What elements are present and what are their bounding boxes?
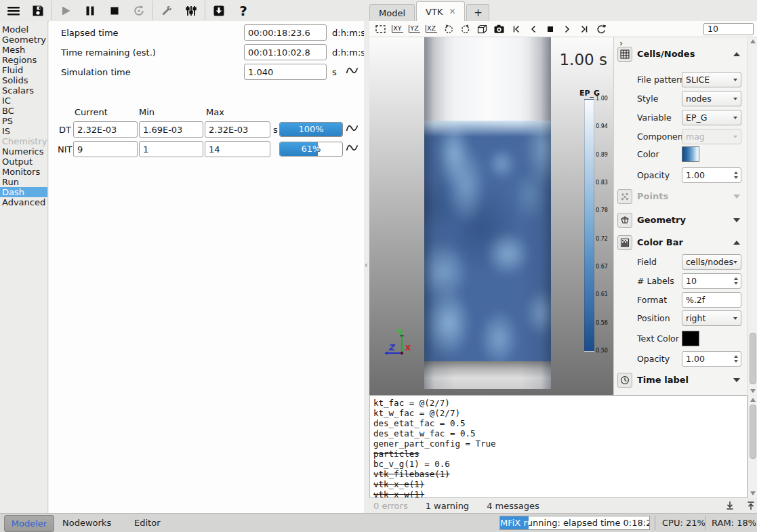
help-button[interactable]: ? [231,1,255,20]
view-xy-button[interactable]: XY [389,22,406,36]
scroll-down-icon[interactable] [750,491,756,495]
tab-vtk[interactable]: VTK✕ [416,1,465,21]
previous-frame-icon [528,24,539,35]
expand-section-icon[interactable] [733,218,740,222]
plot-nit-icon[interactable] [346,142,359,153]
view-yz-button[interactable]: YZ [406,22,423,36]
new-tab-button[interactable]: + [466,4,489,21]
play-loop-button[interactable] [592,22,609,36]
dt-min-field[interactable]: 1.69E-03 [139,121,203,138]
spin-up-icon [734,355,738,358]
nit-min-field[interactable]: 1 [139,141,203,157]
next-frame-button[interactable] [558,22,575,36]
sidebar-item-scalars[interactable]: Scalars [0,85,47,96]
first-frame-button[interactable] [508,22,525,36]
sidebar-item-dash[interactable]: Dash [0,187,47,197]
splitter-handle-icon[interactable]: ‹ [365,260,368,270]
warnings-count[interactable]: 1 warning [426,501,469,511]
text-color-swatch[interactable] [682,331,699,346]
settings-scrollbar[interactable] [748,37,757,395]
last-frame-button[interactable] [575,22,592,36]
save-button[interactable] [26,1,50,20]
sidebar-item-geometry[interactable]: Geometry [0,35,47,45]
sidebar-item-fluid[interactable]: Fluid [0,65,47,75]
position-dropdown[interactable]: right [682,310,741,326]
menu-button[interactable] [1,1,26,20]
sidebar-item-advanced[interactable]: Advanced [0,197,47,207]
elapsed-time-field[interactable]: 00:00:18:23.6 [244,24,327,41]
snapshot-button[interactable] [491,22,508,36]
console-line: kt_fac = @(2/7) [373,398,747,408]
nit-max-field[interactable]: 14 [205,141,270,157]
export-button[interactable] [207,1,231,20]
sidebar-item-solids[interactable]: Solids [0,75,47,85]
cylinder-base-band [424,361,551,389]
pause-button[interactable] [78,1,102,20]
section-cells-nodes[interactable]: Cells/Nodes [614,47,748,63]
scroll-up-icon[interactable] [750,39,756,43]
previous-frame-button[interactable] [525,22,541,36]
dt-current-field[interactable]: 2.32E-03 [73,121,138,138]
collapse-section-icon[interactable] [733,52,740,56]
opacity-spinner[interactable]: 1.00 [682,167,741,183]
sidebar-item-model[interactable]: Model [0,24,47,35]
rotate-left-button[interactable] [440,22,457,36]
sidebar-item-mesh[interactable]: Mesh [0,45,47,55]
scrollbar-thumb[interactable] [750,405,756,459]
perspective-button[interactable] [474,22,491,36]
sidebar-item-output[interactable]: Output [0,157,47,167]
sidebar-item-numerics[interactable]: Numerics [0,146,47,157]
colorbar-opacity-spinner[interactable]: 1.00 [682,351,741,367]
sidebar-item-ic[interactable]: IC [0,96,47,106]
build-button[interactable] [155,1,179,20]
mode-tab-editor[interactable]: Editor [134,518,160,528]
run-button[interactable] [54,1,78,20]
section-color-bar[interactable]: Color Bar [614,235,748,251]
vtk-viewport[interactable]: 1.00 s EP_G 1.000.94 0.890.83 0.780.72 0… [369,37,613,395]
scroll-down-icon[interactable] [750,389,756,393]
format-input[interactable]: %.2f [682,292,741,308]
console-scrollbar[interactable] [748,396,757,497]
sidebar-item-ps[interactable]: PS [0,116,47,126]
frame-delay-input[interactable]: 10 [703,23,754,35]
file-pattern-dropdown[interactable]: SLICE [682,72,741,87]
nit-current-field[interactable]: 9 [73,141,138,157]
mode-tab-modeler[interactable]: Modeler [4,515,54,532]
stop-button[interactable] [102,1,127,20]
expand-section-icon[interactable] [733,378,740,382]
reset-button[interactable] [127,1,151,20]
collapse-section-icon[interactable] [733,241,740,245]
dt-max-field[interactable]: 2.32E-03 [205,121,270,138]
scrollbar-thumb[interactable] [750,333,756,384]
parameters-button[interactable] [179,1,203,20]
reset-view-button[interactable] [372,22,389,36]
rotate-right-button[interactable] [457,22,474,36]
messages-count[interactable]: 4 messages [487,501,539,511]
close-tab-icon[interactable]: ✕ [449,7,455,16]
errors-count[interactable]: 0 errors [373,501,408,511]
sidebar-item-run[interactable]: Run [0,177,47,187]
sidebar-item-chemistry: Chemistry [0,136,47,146]
simulation-time-field[interactable]: 1.040 [244,64,327,80]
scroll-to-bottom-icon[interactable] [724,500,735,511]
time-remaining-field[interactable]: 00:01:10:02.8 [244,44,327,60]
num-labels-spinner[interactable]: 10 [682,273,741,289]
sidebar-item-is[interactable]: IS [0,126,47,136]
sidebar-item-monitors[interactable]: Monitors [0,167,47,177]
tab-model[interactable]: Model [369,4,415,21]
section-time-label[interactable]: Time label [614,373,748,389]
colormap-swatch[interactable] [682,146,699,162]
scroll-to-top-icon[interactable] [745,500,756,511]
field-dropdown[interactable]: cells/nodes [682,254,741,270]
variable-dropdown[interactable]: EP_G [682,110,741,125]
stop-playback-button[interactable] [541,22,558,36]
sidebar-item-bc[interactable]: BC [0,106,47,116]
view-xz-button[interactable]: XZ [423,22,440,36]
mode-tab-nodeworks[interactable]: Nodeworks [62,518,111,528]
style-dropdown[interactable]: nodes [682,91,741,106]
scroll-up-icon[interactable] [750,398,756,402]
section-geometry[interactable]: Geometry [614,213,748,229]
plot-simulation-time-icon[interactable] [346,65,359,76]
plot-dt-icon[interactable] [346,123,359,134]
sidebar-item-regions[interactable]: Regions [0,55,47,65]
